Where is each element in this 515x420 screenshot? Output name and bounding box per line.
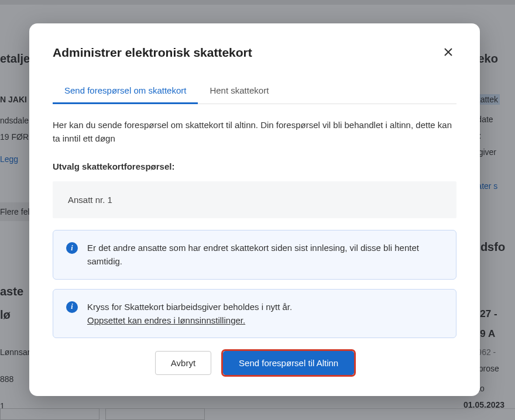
modal-footer: Avbryt Send forespørsel til Altinn (53, 351, 456, 375)
tax-card-modal: Administrer elektronisk skattekort Send … (29, 23, 480, 396)
selection-box: Ansatt nr. 1 (53, 181, 456, 218)
close-icon (444, 46, 453, 60)
modal-body: Her kan du sende forespørsel om skatteko… (53, 118, 456, 375)
selection-label: Utvalg skattekortforespørsel: (53, 160, 456, 173)
cancel-button[interactable]: Avbryt (155, 351, 211, 375)
modal-tabs: Send forespørsel om skattekort Hent skat… (53, 77, 456, 104)
selection-value: Ansatt nr. 1 (68, 195, 112, 205)
info-text-2: Kryss for Skattekort biarbeidsgiver beho… (87, 300, 443, 328)
intro-text: Her kan du sende forespørsel om skatteko… (53, 118, 456, 146)
info-box-2: i Kryss for Skattekort biarbeidsgiver be… (53, 289, 456, 339)
info-box-1: i Er det andre ansatte som har endret sk… (53, 230, 456, 280)
submit-button[interactable]: Send forespørsel til Altinn (223, 351, 354, 375)
info-text-1: Er det andre ansatte som har endret skat… (87, 241, 443, 268)
tab-fetch[interactable]: Hent skattekort (198, 77, 280, 104)
info-icon: i (66, 301, 78, 313)
info2-settings-link[interactable]: Oppsettet kan endres i lønnsinnstillinge… (87, 315, 245, 325)
tab-send-request[interactable]: Send forespørsel om skattekort (53, 77, 198, 104)
modal-title: Administrer elektronisk skattekort (53, 46, 252, 60)
info-icon: i (66, 242, 78, 254)
info2-text: Kryss for Skattekort biarbeidsgiver beho… (87, 302, 292, 312)
modal-header: Administrer elektronisk skattekort (53, 44, 456, 61)
close-button[interactable] (440, 44, 456, 61)
